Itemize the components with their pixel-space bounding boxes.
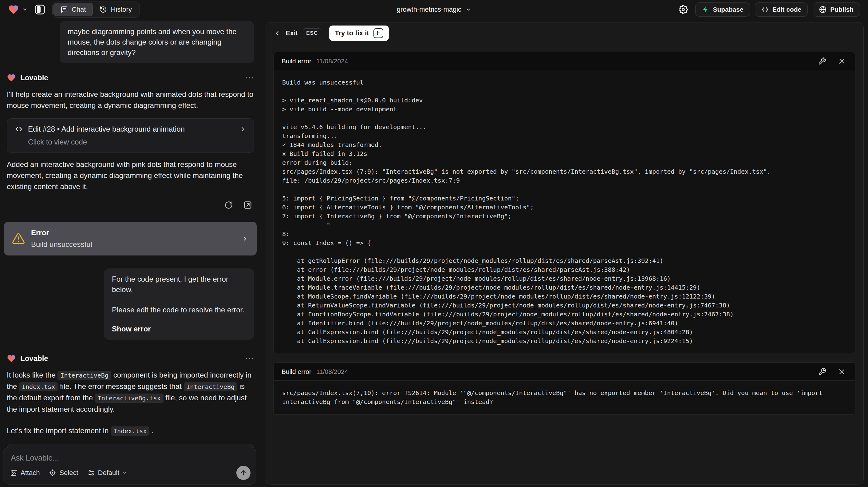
mode-dropdown[interactable]: Default — [88, 469, 128, 477]
close-icon — [838, 58, 845, 65]
supabase-button[interactable]: Supabase — [695, 2, 750, 17]
lovable-heart-icon — [7, 354, 16, 363]
fix-wrench-button[interactable] — [817, 366, 828, 377]
fix-wrench-button[interactable] — [817, 56, 828, 66]
build-error-card-1: Build error 11/08/2024 Build was un — [273, 52, 856, 354]
gear-icon — [679, 5, 688, 14]
user-message-text: maybe diagramming points and when you mo… — [68, 27, 237, 57]
tab-history-label: History — [111, 5, 131, 13]
exit-button[interactable]: Exit ESC — [274, 28, 321, 38]
chevron-right-icon — [241, 235, 249, 242]
project-title-dropdown[interactable]: growth-metrics-magic — [397, 5, 471, 13]
project-title: growth-metrics-magic — [397, 5, 461, 13]
esc-key-badge: ESC — [303, 28, 321, 38]
user-message: For the code present, I get the error be… — [104, 268, 254, 340]
chat-sidebar: maybe diagramming points and when you mo… — [0, 19, 261, 487]
restore-button[interactable] — [222, 199, 235, 211]
chat-input-box: Attach Select Default — [3, 447, 256, 485]
build-error-title: Build error — [282, 58, 311, 65]
close-error-button[interactable] — [837, 366, 847, 377]
chevron-down-icon — [22, 7, 28, 12]
wrench-icon — [818, 368, 826, 376]
history-clock-icon — [100, 6, 107, 13]
exit-label: Exit — [285, 29, 298, 37]
inline-code: Index.tsx — [111, 426, 149, 436]
user-message-line: Please edit the code to resolve the erro… — [112, 305, 246, 315]
inline-code: InteractiveBg — [58, 371, 111, 380]
build-error-log: Build was unsuccessful > vite_react_shad… — [274, 70, 855, 354]
external-link-icon — [243, 201, 252, 209]
text-segment: . — [149, 426, 153, 435]
chat-history-tabs: Chat History — [52, 2, 140, 18]
edit-card-title: Edit #28 • Add interactive background an… — [28, 125, 185, 133]
top-bar: Chat History growth-metrics-magic Supaba… — [0, 0, 868, 19]
warning-triangle-icon — [12, 232, 25, 245]
inline-code: Index.tsx — [19, 382, 58, 391]
edit-card-subtitle: Click to view code — [28, 138, 246, 146]
attach-label: Attach — [21, 469, 40, 477]
publish-button[interactable]: Publish — [813, 2, 860, 17]
attach-image-icon — [10, 469, 18, 477]
tab-chat[interactable]: Chat — [54, 3, 93, 16]
supabase-label: Supabase — [713, 6, 743, 13]
arrow-up-icon — [240, 469, 247, 477]
text-segment: file. The error message suggests that — [58, 382, 184, 391]
code-brackets-icon — [761, 6, 769, 13]
edit-card-28[interactable]: Edit #28 • Add interactive background an… — [7, 118, 254, 153]
globe-icon — [819, 6, 827, 13]
assistant-fix-text: It looks like the InteractiveBg componen… — [7, 370, 254, 415]
error-card[interactable]: Error Build unsuccessful — [4, 222, 257, 255]
select-label: Select — [59, 469, 78, 477]
refresh-icon — [224, 201, 233, 209]
try-to-fix-button[interactable]: Try to fix it F — [329, 26, 389, 41]
chat-input[interactable] — [11, 454, 249, 466]
chevron-down-icon — [122, 470, 127, 475]
error-card-subtitle: Build unsuccessful — [31, 240, 92, 249]
code-brackets-icon — [14, 125, 23, 133]
supabase-bolt-icon — [702, 6, 709, 13]
f-key-badge: F — [373, 28, 383, 38]
sidebar-toggle-icon — [35, 5, 45, 14]
sliders-icon — [88, 469, 95, 477]
edit-code-label: Edit code — [772, 6, 802, 13]
edit-code-button[interactable]: Edit code — [755, 2, 808, 17]
send-button[interactable] — [236, 466, 250, 480]
close-icon — [838, 368, 845, 375]
assistant-header: Lovable — [7, 72, 254, 83]
lovable-heart-icon — [7, 73, 16, 82]
close-error-button[interactable] — [837, 56, 847, 66]
assistant-fix-text-2: Let's fix the import statement in Index.… — [7, 425, 254, 436]
more-options-icon[interactable] — [245, 72, 254, 83]
inline-code: InteractiveBg — [184, 382, 238, 391]
user-message-line: For the code present, I get the error be… — [112, 274, 246, 295]
error-detail-panel: Exit ESC Try to fix it F Build error 11/… — [265, 22, 864, 485]
lovable-heart-icon — [8, 4, 19, 15]
user-message: maybe diagramming points and when you mo… — [60, 21, 254, 63]
build-error-log: src/pages/Index.tsx(7,10): error TS2614:… — [274, 381, 855, 415]
show-error-link[interactable]: Show error — [112, 324, 246, 334]
lovable-logo-menu[interactable] — [8, 4, 28, 15]
mode-label: Default — [98, 469, 120, 477]
open-preview-button[interactable] — [242, 199, 254, 211]
assistant-summary-text: Added an interactive background with pin… — [7, 159, 254, 192]
chat-bubble-icon — [61, 6, 68, 13]
build-error-card-2: Build error 11/08/2024 src/pages/In — [273, 363, 856, 415]
select-button[interactable]: Select — [49, 469, 78, 477]
error-card-title: Error — [31, 229, 92, 237]
inline-code: InteractiveBg.tsx — [95, 394, 163, 403]
attach-button[interactable]: Attach — [10, 469, 40, 477]
build-error-title: Build error — [282, 368, 311, 375]
assistant-header: Lovable — [7, 353, 254, 363]
assistant-name: Lovable — [20, 354, 48, 363]
tab-chat-label: Chat — [72, 5, 86, 13]
more-options-icon[interactable] — [245, 353, 254, 363]
error-panel-header: Exit ESC Try to fix it F — [265, 23, 863, 44]
text-segment: It looks like the — [7, 371, 58, 379]
build-error-date: 11/08/2024 — [316, 368, 348, 375]
try-to-fix-label: Try to fix it — [335, 29, 369, 37]
tab-history[interactable]: History — [93, 3, 138, 16]
settings-button[interactable] — [676, 2, 690, 17]
assistant-intro-text: I'll help create an interactive backgrou… — [7, 89, 254, 111]
sidebar-toggle-button[interactable] — [33, 3, 47, 16]
assistant-name: Lovable — [20, 73, 48, 82]
